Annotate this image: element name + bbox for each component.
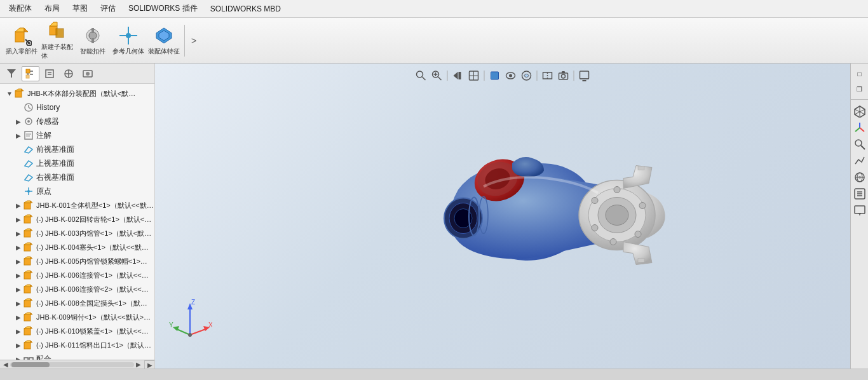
- notes-icon: [23, 130, 34, 141]
- previous-view-icon[interactable]: [451, 69, 465, 83]
- scroll-right-arrow[interactable]: ▶: [134, 360, 143, 369]
- menu-sketch[interactable]: 草图: [66, 1, 94, 17]
- tree-part001[interactable]: ▶ JHB-K-001全体机型<1>（默认<<默认>显示状态-1）: [0, 198, 154, 212]
- svg-rect-74: [24, 315, 31, 321]
- new-subassembly-button[interactable]: 新建子装配体: [41, 22, 74, 60]
- part006a-icon: [23, 269, 34, 281]
- part011-expand: ▶: [14, 341, 23, 349]
- zoom-area-button[interactable]: [852, 137, 867, 152]
- origin-label: 原点: [36, 186, 154, 197]
- scroll-left-arrow[interactable]: ◀: [1, 360, 10, 369]
- display-options-button[interactable]: [852, 203, 867, 218]
- part010-icon: [23, 325, 34, 337]
- tree-part011[interactable]: ▶ (-) JHB-K-011馆料出口1<1>（默认<<默认>显示状态-1>）: [0, 338, 154, 352]
- triad-button[interactable]: [852, 120, 867, 135]
- reference-geometry-icon: [118, 25, 139, 46]
- svg-rect-65: [24, 273, 31, 279]
- tree-top-plane[interactable]: ▶ 上视基准面: [0, 156, 154, 170]
- mate-label: 配合: [36, 354, 154, 360]
- display-mode-icon[interactable]: [578, 69, 592, 83]
- part003-icon: [23, 227, 34, 239]
- history-expand: ▶: [14, 103, 23, 112]
- smart-fasteners-button[interactable]: 智能扣件: [76, 22, 109, 60]
- tree-part006b[interactable]: ▶ (-) JHB-K-006连接管<2>（默认<<默认>显示状态-1>）: [0, 282, 154, 296]
- tree-front-plane[interactable]: ▶ 前视基准面: [0, 142, 154, 156]
- svg-marker-58: [31, 229, 32, 231]
- svg-rect-106: [580, 71, 589, 79]
- globe-icon[interactable]: [852, 170, 867, 185]
- svg-point-119: [635, 231, 641, 238]
- settings-button[interactable]: [852, 186, 867, 201]
- svg-rect-20: [26, 69, 30, 73]
- assembly-features-label: 装配体特征: [148, 47, 180, 56]
- history-icon: [23, 102, 34, 113]
- assembly-features-button[interactable]: 装配体特征: [147, 22, 180, 60]
- svg-marker-54: [24, 215, 31, 217]
- front-plane-icon: [23, 144, 34, 155]
- tree-part006a[interactable]: ▶ (-) JHB-K-006连接管<1>（默认<<默认>显示状态-1>）: [0, 268, 154, 282]
- svg-text:Z: Z: [191, 299, 195, 306]
- toolbar-expand-button[interactable]: >: [189, 22, 199, 60]
- left-panel-collapse-arrow[interactable]: ▶: [144, 360, 154, 369]
- menu-evaluate[interactable]: 评估: [94, 1, 122, 17]
- section-view-icon[interactable]: [541, 69, 555, 83]
- insert-component-button[interactable]: 插入零部件: [5, 22, 38, 60]
- svg-marker-55: [31, 215, 32, 217]
- svg-marker-72: [24, 299, 31, 301]
- filter-tab[interactable]: [3, 66, 20, 81]
- part001-label: JHB-K-001全体机型<1>（默认<<默认>显示状态-1）: [36, 201, 154, 210]
- display-style-icon[interactable]: [488, 69, 502, 83]
- tree-part002[interactable]: ▶ (-) JHB-K-002回转齿轮<1>（默认<默认_显示状态-1>）: [0, 212, 154, 226]
- svg-line-89: [438, 77, 442, 80]
- tree-right-plane[interactable]: ▶ 右视基准面: [0, 170, 154, 184]
- left-panel-hscroll[interactable]: ◀ ▶: [0, 360, 144, 369]
- part002-expand: ▶: [14, 215, 23, 224]
- assembly-features-icon: [154, 25, 174, 46]
- tree-part010[interactable]: ▶ (-) JHB-K-010锁紧盖<1>（默认<<默认>显示状态-1>）: [0, 324, 154, 338]
- tree-part005[interactable]: ▶ (-) JHB-K-005内馆管锁紧螺帽<1>（默认<<默认>显示状态-1>…: [0, 254, 154, 268]
- tree-notes[interactable]: ▶ 注解: [0, 128, 154, 142]
- view-orientation-icon[interactable]: [467, 69, 481, 83]
- part005-icon: [23, 255, 34, 267]
- display-state-tab[interactable]: [79, 66, 97, 81]
- tree-mate[interactable]: ▶ 配合: [0, 352, 154, 360]
- svg-rect-13: [92, 38, 94, 43]
- tree-part009[interactable]: ▶ JHB-K-009铜付<1>（默认<<默认>显示状态-1>）: [0, 310, 154, 324]
- zoom-to-fit-icon[interactable]: [430, 69, 444, 83]
- svg-marker-70: [31, 285, 32, 287]
- hide-show-icon[interactable]: [504, 69, 518, 83]
- svg-marker-2: [24, 28, 28, 32]
- view-cube-button[interactable]: [852, 104, 867, 119]
- tree-part003[interactable]: ▶ (-) JHB-K-003内馆管<1>（默认<默认_显示状态-1>）: [0, 226, 154, 240]
- menu-assembly[interactable]: 装配体: [3, 1, 38, 17]
- tree-root[interactable]: ▼ JHB-K本体部分装配图（默认<默认_显示状态-1>）: [0, 86, 154, 100]
- configuration-manager-tab[interactable]: [60, 66, 78, 81]
- menu-layout[interactable]: 布局: [38, 1, 66, 17]
- maximize-button[interactable]: □: [852, 66, 867, 81]
- tree-origin[interactable]: ▶ 原点: [0, 184, 154, 198]
- zoom-icon[interactable]: [414, 69, 428, 83]
- svg-line-87: [423, 77, 426, 80]
- restore-button[interactable]: ❐: [852, 81, 867, 97]
- part003-expand: ▶: [14, 229, 23, 238]
- front-plane-label: 前视基准面: [36, 144, 154, 155]
- root-label: JHB-K本体部分装配图（默认<默认_显示状态-1>）: [27, 89, 142, 98]
- tree-sensor[interactable]: ▶ 传感器: [0, 114, 154, 128]
- feature-tree-tab[interactable]: [22, 66, 39, 81]
- tree-part008[interactable]: ▶ (-) JHB-K-008全国定摸头<1>（默认<<默认>显示状态-1>）: [0, 296, 154, 310]
- edit-appearance-icon[interactable]: [520, 69, 534, 83]
- reference-geometry-button[interactable]: 参考几何体: [112, 22, 145, 60]
- viewport[interactable]: Z X Y: [155, 64, 850, 369]
- svg-rect-108: [583, 80, 587, 81]
- menu-sw-plugin[interactable]: SOLIDWORKS 插件: [122, 1, 204, 17]
- view-camera-icon[interactable]: [557, 69, 571, 83]
- svg-marker-51: [24, 201, 31, 203]
- tree-history[interactable]: ▶ History: [0, 100, 154, 114]
- scroll-track[interactable]: [10, 362, 134, 367]
- menu-sw-mbd[interactable]: SOLIDWORKS MBD: [204, 2, 287, 16]
- property-manager-tab[interactable]: [41, 66, 58, 81]
- 3d-sketch-button[interactable]: [852, 153, 867, 168]
- origin-expand: ▶: [14, 187, 23, 196]
- feature-tree: ▼ JHB-K本体部分装配图（默认<默认_显示状态-1>） ▶: [0, 84, 154, 360]
- tree-part004[interactable]: ▶ (-) JHB-K-004塞头<1>（默认<<默认>显示状态-1>）: [0, 240, 154, 254]
